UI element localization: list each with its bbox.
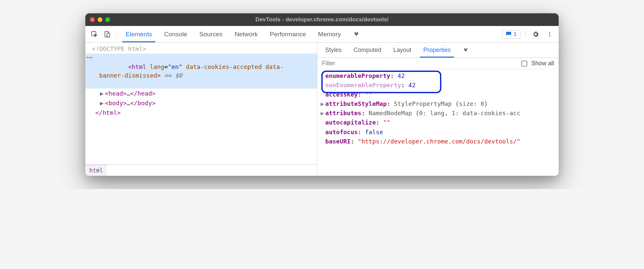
main-toolbar: Elements Console Sources Network Perform… bbox=[85, 26, 559, 43]
show-all-label: Show all bbox=[531, 60, 554, 67]
dom-tree[interactable]: <!DOCTYPE html> <html lang="en" data-coo… bbox=[85, 43, 317, 164]
sidebar-pane: Styles Computed Layout Properties Show a… bbox=[317, 43, 559, 176]
property-row[interactable]: baseURI: "https://developer.chrome.com/d… bbox=[317, 137, 559, 146]
sidebar-tabs: Styles Computed Layout Properties bbox=[317, 43, 559, 58]
property-row[interactable]: nonEnumerableProperty: 42 bbox=[317, 81, 559, 90]
property-row[interactable]: ▶attributeStyleMap: StylePropertyMap {si… bbox=[317, 99, 559, 109]
property-row[interactable]: ▶attributes: NamedNodeMap {0: lang, 1: d… bbox=[317, 109, 559, 118]
dom-close-html[interactable]: </html> bbox=[85, 108, 317, 118]
content-area: <!DOCTYPE html> <html lang="en" data-coo… bbox=[85, 43, 559, 176]
dom-doctype[interactable]: <!DOCTYPE html> bbox=[85, 44, 317, 54]
filter-row: Show all bbox=[317, 58, 559, 69]
dom-breadcrumb[interactable]: html bbox=[85, 165, 107, 176]
tab-memory[interactable]: Memory bbox=[312, 26, 347, 42]
dom-dollar-zero: == $0 bbox=[161, 72, 182, 79]
property-row[interactable]: accessKey: "" bbox=[317, 90, 559, 99]
property-row[interactable]: autofocus: false bbox=[317, 128, 559, 137]
tab-network[interactable]: Network bbox=[229, 26, 264, 42]
window-title: DevTools - developer.chrome.com/docs/dev… bbox=[255, 16, 388, 23]
svg-point-3 bbox=[549, 32, 550, 33]
tab-sources[interactable]: Sources bbox=[193, 26, 229, 42]
minimize-window-button[interactable] bbox=[98, 17, 102, 22]
titlebar: DevTools - developer.chrome.com/docs/dev… bbox=[85, 13, 559, 26]
elements-pane: <!DOCTYPE html> <html lang="en" data-coo… bbox=[85, 43, 317, 176]
feedback-button[interactable]: 1 bbox=[502, 30, 520, 39]
inspect-element-icon[interactable] bbox=[89, 29, 100, 40]
feedback-count: 1 bbox=[514, 31, 517, 38]
subtab-styles[interactable]: Styles bbox=[319, 43, 348, 58]
devtools-window: DevTools - developer.chrome.com/docs/dev… bbox=[85, 13, 559, 176]
dom-selected-html[interactable]: <html lang="en" data-cookies-accepted da… bbox=[85, 54, 317, 89]
properties-list[interactable]: enumerableProperty: 42nonEnumerablePrope… bbox=[317, 69, 559, 176]
close-window-button[interactable] bbox=[90, 17, 95, 22]
tab-console[interactable]: Console bbox=[158, 26, 193, 42]
subtabs-overflow-icon[interactable] bbox=[457, 43, 475, 58]
show-all-checkbox[interactable] bbox=[521, 61, 527, 67]
subtab-layout[interactable]: Layout bbox=[387, 43, 417, 58]
tab-elements[interactable]: Elements bbox=[120, 26, 158, 42]
subtab-computed[interactable]: Computed bbox=[348, 43, 387, 58]
tabs-overflow-icon[interactable] bbox=[347, 26, 366, 42]
property-row[interactable]: enumerableProperty: 42 bbox=[317, 71, 559, 81]
dom-head[interactable]: ▶<head>…</head> bbox=[85, 89, 317, 98]
maximize-window-button[interactable] bbox=[105, 17, 110, 22]
tab-performance[interactable]: Performance bbox=[264, 26, 312, 42]
device-toggle-icon[interactable] bbox=[101, 29, 113, 40]
settings-icon[interactable] bbox=[530, 29, 541, 40]
main-tabs: Elements Console Sources Network Perform… bbox=[120, 26, 366, 42]
svg-point-4 bbox=[549, 34, 550, 35]
svg-point-5 bbox=[549, 36, 550, 37]
svg-rect-2 bbox=[107, 33, 110, 37]
property-row[interactable]: autocapitalize: "" bbox=[317, 118, 559, 127]
subtab-properties[interactable]: Properties bbox=[417, 43, 457, 58]
toolbar-right: 1 bbox=[502, 29, 555, 40]
toolbar-divider bbox=[116, 30, 116, 38]
dom-body[interactable]: ▶<body>…</body> bbox=[85, 98, 317, 108]
more-icon[interactable] bbox=[544, 29, 555, 40]
filter-input[interactable] bbox=[322, 60, 517, 67]
toolbar-divider bbox=[525, 30, 525, 38]
window-controls bbox=[90, 17, 110, 22]
